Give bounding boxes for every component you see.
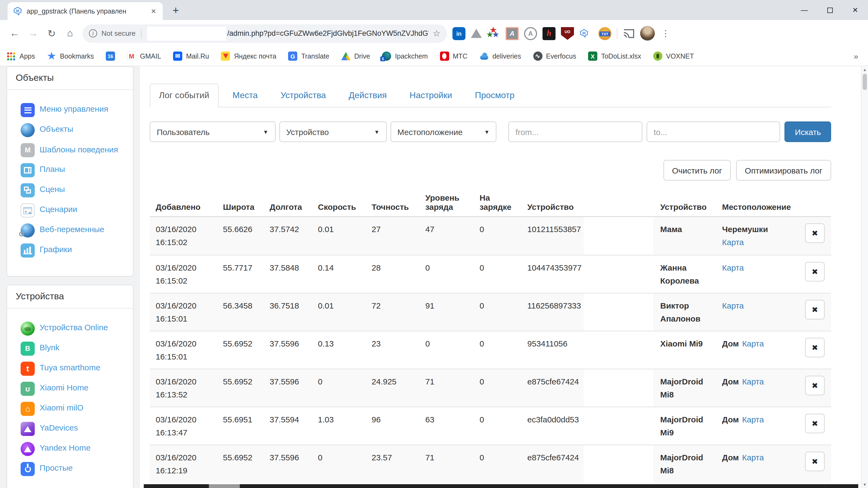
tab-places[interactable]: Места (224, 84, 267, 107)
bookmarks-overflow-chevron[interactable]: » (854, 52, 858, 61)
sidebar-item-xiaomi-miio[interactable]: ⌂Xiaomi milO (21, 402, 127, 416)
bookmark-everfocus[interactable]: ∿Everfocus (533, 52, 576, 61)
sidebar-item-scenarios[interactable]: Сценарии (21, 203, 127, 218)
search-button[interactable]: Искать (785, 122, 831, 142)
ublock-icon[interactable]: UO (561, 27, 574, 40)
bookmark-drive[interactable]: Drive (341, 52, 370, 61)
cell-added: 03/16/202016:15:02 (156, 217, 223, 255)
a-circle-icon[interactable]: A (524, 27, 537, 40)
majordomo-extension-icon[interactable]: M (579, 29, 589, 38)
location-filter-select[interactable]: Местоположение▼ (390, 122, 497, 142)
omnibox-divider (141, 29, 142, 38)
sidebar-item-simple-devices[interactable]: Простые (21, 462, 127, 476)
bookmark-mts[interactable]: МТС (440, 52, 467, 61)
drive-gray-icon[interactable] (471, 29, 482, 38)
bookmark-gmail[interactable]: MGMAIL (127, 52, 161, 61)
bookmark-star-icon[interactable]: ☆ (433, 28, 440, 38)
yandex-home-icon (21, 442, 35, 456)
browser-menu-icon[interactable]: ⋮ (660, 28, 671, 38)
bookmark-todolist[interactable]: XToDoList.xlsx (588, 52, 641, 61)
map-link[interactable]: Карта (742, 415, 764, 424)
sidebar-item-objects[interactable]: Объекты (21, 123, 127, 137)
map-link[interactable]: Карта (742, 453, 764, 462)
horizontal-scrollbar-thumb[interactable] (209, 484, 240, 488)
tab-view[interactable]: Просмотр (466, 84, 523, 107)
tab-event-log[interactable]: Лог событий (150, 84, 218, 107)
acrobat-icon[interactable]: A (506, 27, 519, 40)
browser-tab[interactable]: M app_gpstrack (Панель управлен ✕ (8, 2, 163, 20)
scroll-down-arrow-icon[interactable]: ▼ (862, 483, 868, 486)
filter-row: Пользователь▼ Устройство▼ Местоположение… (150, 122, 831, 142)
sidebar-item-yadevices[interactable]: YaDevices (21, 422, 127, 436)
delete-row-button[interactable]: ✖ (805, 376, 825, 395)
bookmark-mailru[interactable]: ✉Mail.Ru (173, 52, 209, 61)
address-bar[interactable]: i Not secure /admin.php?pd=cGFuZWw6e2Fjd… (83, 24, 447, 42)
bookmark-ipackchem[interactable]: SIpackchem (382, 52, 428, 61)
info-icon[interactable]: i (89, 29, 97, 37)
tab-actions[interactable]: Действия (340, 84, 396, 107)
sidebar-item-tuya[interactable]: tTuya smarthome (21, 362, 127, 376)
map-link[interactable]: Карта (742, 377, 764, 386)
bookmark-calendar[interactable]: 16 (106, 52, 115, 61)
from-date-input[interactable] (508, 122, 642, 142)
linkedin-icon[interactable]: in (453, 27, 465, 40)
power-icon (21, 462, 35, 476)
sidebar-item-behavior-templates[interactable]: MШаблоны поведения (21, 143, 127, 157)
sidebar-item-blynk[interactable]: BBlynk (21, 341, 127, 356)
scroll-up-arrow-icon[interactable]: ▲ (862, 68, 868, 72)
map-link[interactable]: Карта (742, 339, 764, 348)
forward-icon[interactable]: → (24, 24, 42, 42)
map-link[interactable]: Карта (722, 301, 744, 310)
back-icon[interactable]: ← (5, 24, 24, 42)
sidebar-item-scenes[interactable]: Сцены (21, 183, 127, 197)
tab-settings[interactable]: Настройки (401, 84, 461, 107)
table-body: 03/16/202016:15:02 55.6626 37.5742 0.01 … (150, 217, 831, 483)
bookmark-deliveries[interactable]: deliveries (479, 52, 521, 61)
sidebar-item-devices-online[interactable]: Устройства Online (21, 322, 127, 336)
cell-charging: 0 (479, 407, 527, 445)
clear-log-button[interactable]: Очистить лог (663, 160, 731, 181)
map-link[interactable]: Карта (722, 237, 744, 247)
optimize-log-button[interactable]: Оптимизировать лог (736, 160, 831, 181)
minimize-button[interactable]: — (792, 0, 817, 20)
bookmark-yandex-mail[interactable]: Яндекс почта (221, 52, 276, 61)
map-link[interactable]: Карта (722, 263, 744, 272)
delete-row-button[interactable]: ✖ (805, 338, 825, 357)
user-filter-select[interactable]: Пользователь▼ (150, 122, 275, 142)
new-tab-button[interactable]: + (168, 3, 183, 18)
bookmark-bookmarks[interactable]: ★Bookmarks (47, 52, 94, 61)
delete-row-button[interactable]: ✖ (805, 262, 825, 282)
excel-icon: X (588, 52, 597, 61)
sidebar-item-web-variables[interactable]: Веб-переменные (21, 223, 127, 237)
close-button[interactable]: ✕ (842, 0, 868, 20)
delete-row-button[interactable]: ✖ (805, 414, 825, 433)
bookmark-translate[interactable]: GTranslate (288, 52, 329, 61)
delete-row-button[interactable]: ✖ (805, 223, 825, 243)
txt-extension-icon[interactable]: TXT (598, 27, 611, 40)
maximize-button[interactable] (817, 0, 842, 20)
tab-devices[interactable]: Устройства (272, 84, 335, 107)
delete-row-button[interactable]: ✖ (805, 300, 825, 319)
vertical-scrollbar-thumb[interactable] (863, 74, 867, 90)
stars-extension-icon[interactable]: ★★★ (487, 27, 500, 40)
sidebar-item-yandex-home[interactable]: Yandex Home (21, 442, 127, 456)
sidebar-item-plans[interactable]: Планы (21, 163, 127, 177)
device-filter-select[interactable]: Устройство▼ (279, 122, 386, 142)
bookmark-apps[interactable]: Apps (6, 52, 35, 61)
cast-icon[interactable] (623, 29, 635, 38)
vertical-scrollbar[interactable]: ▲ ▼ (861, 66, 868, 488)
h-extension-icon[interactable]: h (542, 27, 556, 40)
profile-avatar[interactable] (640, 26, 655, 41)
cell-device-name: Мама (660, 217, 714, 255)
sidebar-item-control-menu[interactable]: Меню управления (21, 103, 127, 117)
sidebar-item-charts[interactable]: Графики (21, 243, 127, 258)
bookmark-voxnet[interactable]: VOXNET (653, 52, 694, 61)
horizontal-scrollbar[interactable] (144, 484, 858, 488)
home-icon[interactable]: ⌂ (61, 24, 79, 42)
sidebar-item-xiaomi-home[interactable]: ʊXiaomi Home (21, 382, 127, 396)
cell-device-id: 104474353977 (527, 255, 584, 293)
to-date-input[interactable] (647, 122, 780, 142)
reload-icon[interactable]: ↻ (42, 24, 61, 42)
tab-close-icon[interactable]: ✕ (149, 6, 158, 16)
delete-row-button[interactable]: ✖ (805, 452, 825, 471)
